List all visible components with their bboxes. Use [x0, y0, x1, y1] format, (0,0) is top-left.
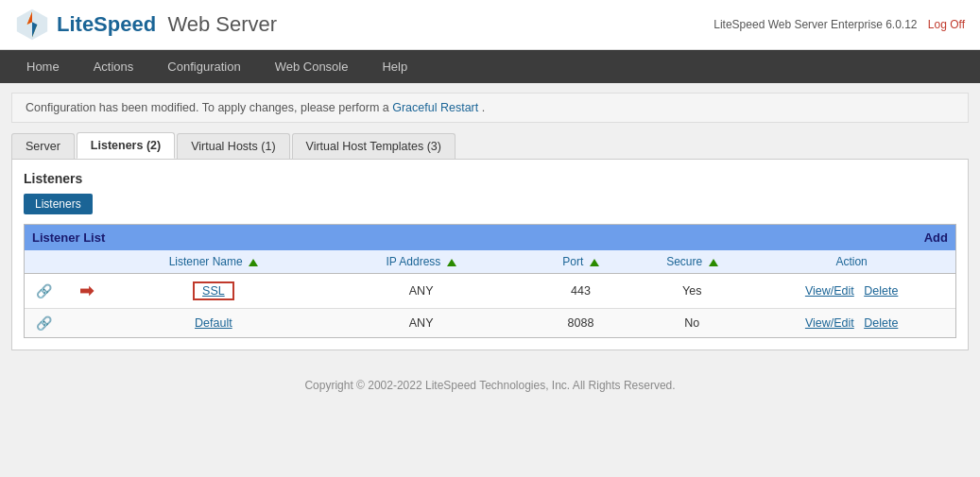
graceful-restart-link[interactable]: Graceful Restart — [392, 101, 478, 114]
listeners-button[interactable]: Listeners — [24, 194, 93, 214]
logo-name-part1: LiteSpeed — [57, 12, 156, 36]
listener-table: Listener List Add Listener Name IP Addre… — [24, 224, 956, 338]
col-header-arrow — [62, 250, 110, 273]
table-row: 🔗 ➡ SSL ANY 443 Yes View/Edit Delete — [25, 274, 955, 309]
logo-name-part2: Web Server — [167, 12, 277, 36]
col-header-action: Action — [748, 250, 955, 273]
row1-ip-cell: ANY — [318, 278, 525, 304]
tab-virtual-hosts[interactable]: Virtual Hosts (1) — [177, 133, 289, 159]
port-sort-icon — [590, 259, 599, 266]
col-header-name: Listener Name — [110, 250, 318, 273]
nav-web-console[interactable]: Web Console — [258, 50, 366, 83]
table-header-row: Listener List Add — [25, 225, 955, 250]
row1-view-edit-link[interactable]: View/Edit — [805, 284, 854, 298]
nav-configuration[interactable]: Configuration — [150, 50, 257, 83]
row2-port-cell: 8088 — [525, 310, 637, 336]
add-listener-link[interactable]: Add — [924, 230, 948, 245]
row2-action-cell: View/Edit Delete — [748, 310, 955, 336]
notice-bar: Configuration has been modified. To appl… — [11, 93, 969, 123]
row1-secure-cell: Yes — [636, 278, 748, 304]
col-header-port: Port — [525, 250, 637, 273]
header: LiteSpeed Web Server LiteSpeed Web Serve… — [0, 0, 980, 50]
row2-secure-cell: No — [636, 310, 748, 336]
row1-delete-link[interactable]: Delete — [864, 284, 898, 298]
tab-listeners[interactable]: Listeners (2) — [77, 132, 175, 159]
ip-sort-icon — [447, 259, 456, 266]
secure-sort-icon — [709, 259, 718, 266]
ssl-listener-link[interactable]: SSL — [193, 281, 234, 300]
nav-help[interactable]: Help — [365, 50, 424, 83]
litespeed-logo-icon — [15, 8, 49, 42]
notice-text-after: . — [482, 101, 485, 114]
name-sort-icon — [249, 259, 258, 266]
col-header-secure: Secure — [636, 250, 748, 273]
column-headers: Listener Name IP Address Port Secure Act… — [25, 250, 955, 274]
row1-arrow-cell: ➡ — [62, 274, 110, 308]
row1-action-cell: View/Edit Delete — [748, 278, 955, 304]
row2-chain-icon: 🔗 — [25, 309, 62, 337]
nav-actions[interactable]: Actions — [77, 50, 151, 83]
nav-home[interactable]: Home — [9, 50, 77, 83]
footer: Copyright © 2002-2022 LiteSpeed Technolo… — [0, 362, 980, 409]
row2-view-edit-link[interactable]: View/Edit — [805, 316, 854, 330]
tab-virtual-host-templates[interactable]: Virtual Host Templates (3) — [292, 133, 456, 159]
notice-text-before: Configuration has been modified. To appl… — [26, 101, 389, 114]
logout-link[interactable]: Log Off — [928, 18, 965, 31]
row1-arrow-icon: ➡ — [79, 281, 94, 300]
footer-text: Copyright © 2002-2022 LiteSpeed Technolo… — [304, 379, 675, 392]
server-info-text: LiteSpeed Web Server Enterprise 6.0.12 — [714, 18, 917, 31]
row1-name-cell: SSL — [110, 275, 318, 307]
tabs-row: Server Listeners (2) Virtual Hosts (1) V… — [11, 132, 969, 159]
content-area: Listeners Listeners Listener List Add Li… — [11, 159, 969, 350]
row1-port-cell: 443 — [525, 278, 637, 304]
row2-name-cell[interactable]: Default — [110, 310, 318, 336]
main-navbar: Home Actions Configuration Web Console H… — [0, 50, 980, 83]
logo-text: LiteSpeed Web Server — [57, 12, 277, 37]
row2-arrow-cell — [62, 316, 110, 330]
section-title: Listeners — [24, 171, 956, 186]
col-header-icon — [25, 250, 62, 273]
row2-ip-cell: ANY — [318, 310, 525, 336]
header-right: LiteSpeed Web Server Enterprise 6.0.12 L… — [714, 18, 965, 31]
col-header-ip: IP Address — [318, 250, 525, 273]
tab-server[interactable]: Server — [11, 133, 75, 159]
row1-chain-icon: 🔗 — [25, 277, 62, 305]
row2-delete-link[interactable]: Delete — [864, 316, 898, 330]
logo-area: LiteSpeed Web Server — [15, 8, 277, 42]
table-title: Listener List — [32, 230, 924, 245]
table-row: 🔗 Default ANY 8088 No View/Edit Delete — [25, 309, 955, 337]
